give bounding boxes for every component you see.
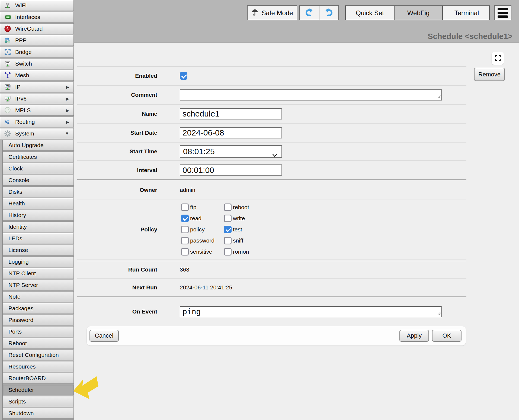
sidebar-item-ntp-server[interactable]: NTP Server bbox=[3, 280, 74, 290]
sidebar-item-note[interactable]: Note bbox=[3, 291, 74, 302]
sniff-checkbox[interactable] bbox=[224, 237, 232, 244]
sidebar-item-wifi[interactable]: WiFi bbox=[0, 0, 74, 11]
sidebar-item-license[interactable]: License bbox=[3, 245, 74, 256]
ipv6-icon: ✓6 bbox=[4, 95, 12, 102]
ok-button[interactable]: OK bbox=[432, 330, 462, 342]
write-checkbox[interactable] bbox=[224, 215, 232, 222]
sidebar-item-wireguard[interactable]: WireGuard bbox=[0, 23, 74, 34]
sidebar-item-routing[interactable]: Routing ▶ bbox=[0, 117, 74, 127]
sidebar-item-routerboard[interactable]: RouterBOARD bbox=[3, 373, 74, 384]
sidebar-item-bridge[interactable]: Bridge bbox=[0, 47, 74, 57]
sidebar-item-system[interactable]: System ▼ bbox=[0, 128, 74, 139]
run-count-row: Run Count 363 bbox=[77, 261, 466, 278]
sidebar-item-ipv6[interactable]: ✓6 IPv6 ▶ bbox=[0, 93, 74, 104]
sidebar-item-reset-configuration[interactable]: Reset Configuration bbox=[3, 350, 74, 360]
submenu-arrow-icon: ▶ bbox=[66, 85, 69, 90]
ftp-checkbox[interactable] bbox=[181, 203, 189, 211]
name-input[interactable] bbox=[180, 108, 282, 119]
sidebar-item-health[interactable]: Health bbox=[3, 198, 74, 209]
sidebar-item-label: WiFi bbox=[15, 2, 27, 9]
undo-button[interactable] bbox=[300, 6, 319, 20]
sidebar-item-packages[interactable]: Packages bbox=[3, 303, 74, 314]
sidebar-item-disks[interactable]: Disks bbox=[3, 186, 74, 197]
start-date-input[interactable] bbox=[180, 127, 282, 138]
tab-terminal[interactable]: Terminal bbox=[442, 6, 491, 20]
svg-text:✓6: ✓6 bbox=[6, 96, 9, 99]
sidebar-item-clock[interactable]: Clock bbox=[3, 163, 74, 174]
sidebar-item-leds[interactable]: LEDs bbox=[3, 233, 74, 244]
policy-checkbox[interactable] bbox=[181, 226, 189, 233]
tab-quick-set[interactable]: Quick Set bbox=[346, 6, 394, 20]
policy-option-romon: romon bbox=[224, 248, 249, 256]
interval-input[interactable] bbox=[180, 164, 282, 176]
next-run-row: Next Run 2024-06-11 20:41:25 bbox=[77, 279, 466, 296]
test-checkbox[interactable] bbox=[224, 226, 232, 233]
svg-text:255: 255 bbox=[6, 85, 10, 88]
comment-input[interactable] bbox=[180, 89, 442, 101]
sidebar-item-history[interactable]: History bbox=[3, 210, 74, 221]
cancel-button[interactable]: Cancel bbox=[89, 330, 119, 342]
sidebar-item-certificates[interactable]: Certificates bbox=[3, 151, 74, 162]
sidebar-item-password[interactable]: Password bbox=[3, 315, 74, 325]
submenu-arrow-icon: ▶ bbox=[66, 108, 69, 113]
sidebar-item-logging[interactable]: Logging bbox=[3, 256, 74, 267]
sidebar-item-mpls[interactable]: MPLS ▶ bbox=[0, 105, 74, 116]
sidebar-item-ip[interactable]: 255 IP ▶ bbox=[0, 82, 74, 92]
next-run-label: Next Run bbox=[77, 284, 157, 291]
sidebar-item-ppp[interactable]: PPP bbox=[0, 35, 74, 46]
sidebar-item-ports[interactable]: Ports bbox=[3, 326, 74, 337]
sidebar-item-auto-upgrade[interactable]: Auto Upgrade bbox=[3, 140, 74, 151]
apply-button[interactable]: Apply bbox=[399, 330, 429, 342]
start-time-value: 08:01:25 bbox=[183, 147, 215, 156]
policy-option-read: read bbox=[181, 215, 224, 222]
comment-label: Comment bbox=[77, 92, 157, 98]
policy-label: Policy bbox=[77, 226, 157, 233]
submenu-arrow-icon: ▶ bbox=[66, 119, 69, 125]
resize-handle-icon[interactable] bbox=[437, 311, 441, 316]
sidebar-item-label: Interfaces bbox=[15, 14, 40, 20]
sidebar-item-interfaces[interactable]: Interfaces bbox=[0, 12, 74, 22]
sidebar-item-scripts[interactable]: Scripts bbox=[3, 396, 74, 407]
romon-checkbox[interactable] bbox=[224, 248, 232, 256]
on-event-label: On Event bbox=[77, 308, 157, 315]
sensitive-checkbox[interactable] bbox=[181, 248, 189, 256]
on-event-input[interactable] bbox=[180, 306, 442, 317]
sidebar-item-label: Bridge bbox=[15, 49, 32, 55]
start-date-row: Start Date bbox=[77, 124, 466, 142]
collapse-arrow-icon: ▼ bbox=[65, 131, 69, 136]
owner-value: admin bbox=[180, 187, 195, 193]
tab-webfig[interactable]: WebFig bbox=[394, 6, 442, 20]
resize-handle-icon[interactable] bbox=[437, 95, 441, 99]
password-checkbox[interactable] bbox=[181, 237, 189, 244]
wifi-icon bbox=[4, 2, 12, 9]
owner-label: Owner bbox=[77, 187, 157, 193]
chevron-down-icon bbox=[272, 150, 278, 159]
sidebar-item-identity[interactable]: Identity bbox=[3, 221, 74, 232]
safe-mode-button[interactable]: Safe Mode bbox=[247, 5, 297, 20]
interfaces-icon bbox=[4, 14, 12, 21]
enabled-label: Enabled bbox=[77, 73, 157, 79]
sidebar-item-mesh[interactable]: Mesh bbox=[0, 70, 74, 81]
sidebar-item-resources[interactable]: Resources bbox=[3, 361, 74, 372]
enabled-checkbox[interactable] bbox=[180, 72, 187, 80]
sidebar-item-scheduler[interactable]: Scheduler bbox=[3, 385, 74, 395]
undo-icon bbox=[305, 8, 313, 18]
remove-button[interactable]: Remove bbox=[474, 68, 505, 81]
sidebar-item-console[interactable]: Console bbox=[3, 175, 74, 186]
expand-button[interactable] bbox=[492, 52, 504, 65]
owner-row: Owner admin bbox=[77, 181, 466, 199]
start-time-select[interactable]: 08:01:25 bbox=[180, 145, 282, 158]
policy-option-write: write bbox=[224, 215, 249, 222]
hamburger-menu-button[interactable] bbox=[494, 5, 511, 20]
system-submenu: Auto Upgrade Certificates Clock Console … bbox=[2, 140, 74, 420]
enabled-row: Enabled bbox=[77, 67, 466, 85]
redo-button[interactable] bbox=[319, 6, 339, 20]
read-checkbox[interactable] bbox=[181, 215, 189, 222]
sidebar-item-switch[interactable]: Switch bbox=[0, 58, 74, 69]
sidebar-item-ntp-client[interactable]: NTP Client bbox=[3, 268, 74, 279]
sidebar-item-shutdown[interactable]: Shutdown bbox=[3, 408, 74, 419]
sidebar-item-reboot[interactable]: Reboot bbox=[3, 338, 74, 349]
reboot-checkbox[interactable] bbox=[224, 203, 232, 211]
start-time-row: Start Time 08:01:25 bbox=[77, 143, 466, 160]
policy-option-sensitive: sensitive bbox=[181, 248, 224, 256]
